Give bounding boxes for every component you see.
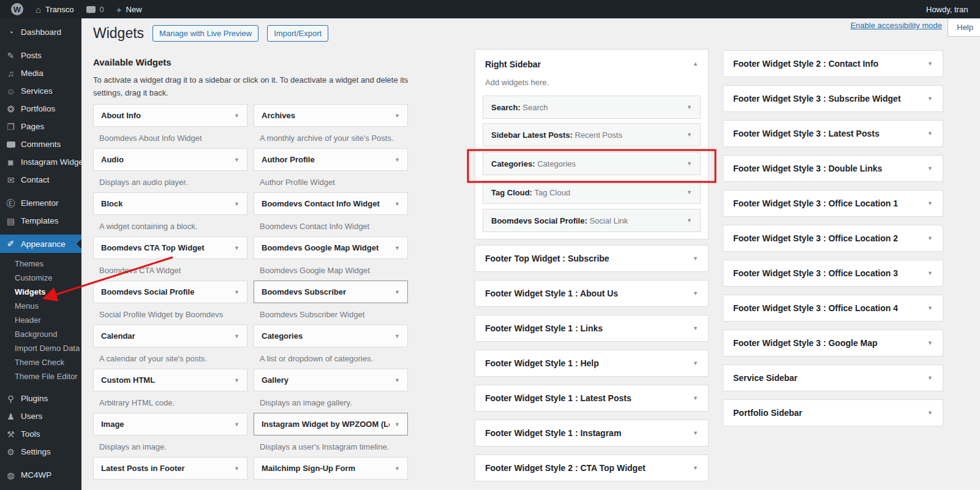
widget-box-instagram-wpzoom[interactable]: Instagram Widget by WPZOOM (Lega...▼ [254, 413, 408, 435]
chevron-down-icon[interactable]: ▼ [687, 132, 692, 138]
widget-box-about-info[interactable]: About Info▼ [93, 104, 247, 127]
panel-fw3-office-location-3[interactable]: Footer Widget Style 3 : Office Location … [723, 260, 943, 287]
sidebar-item-plugins[interactable]: ⚲Plugins [0, 390, 81, 407]
chevron-down-icon[interactable]: ▼ [394, 157, 400, 163]
chevron-down-icon[interactable]: ▼ [687, 217, 692, 224]
sidebar-item-settings[interactable]: ⚙Settings [0, 443, 81, 461]
sidebar-item-instagram-widget[interactable]: ◙Instagram Widget [0, 153, 81, 171]
submenu-item-theme-check[interactable]: Theme Check [0, 355, 81, 369]
widget-box-archives[interactable]: Archives▼ [254, 104, 408, 127]
chevron-down-icon[interactable]: ▼ [234, 466, 239, 472]
submenu-item-header[interactable]: Header [0, 313, 81, 327]
chevron-down-icon[interactable]: ▼ [693, 465, 698, 471]
chevron-down-icon[interactable]: ▼ [927, 200, 933, 206]
panel-portfolio-sidebar[interactable]: Portfolio Sidebar▼ [723, 399, 943, 426]
chevron-down-icon[interactable]: ▼ [693, 255, 698, 262]
collapse-up-icon[interactable]: ▲ [693, 61, 698, 67]
submenu-item-background[interactable]: Background [0, 327, 81, 341]
chevron-down-icon[interactable]: ▼ [927, 165, 933, 172]
widget-box-gallery[interactable]: Gallery▼ [254, 369, 408, 391]
help-tab[interactable]: Help [948, 18, 980, 37]
sidebar-item-services[interactable]: ☺Services [0, 82, 81, 100]
chevron-down-icon[interactable]: ▼ [234, 113, 239, 119]
sidebar-widget-social-profile[interactable]: Boomdevs Social Profile: Social Link▼ [483, 209, 701, 232]
widget-box-audio[interactable]: Audio▼ [93, 148, 247, 171]
new-content-menu[interactable]: +New [110, 0, 148, 18]
submenu-item-menus[interactable]: Menus [0, 299, 81, 313]
chevron-down-icon[interactable]: ▼ [394, 377, 400, 383]
panel-fw3-office-location-4[interactable]: Footer Widget Style 3 : Office Location … [723, 295, 943, 322]
chevron-down-icon[interactable]: ▼ [234, 377, 239, 383]
sidebar-item-users[interactable]: ♟Users [0, 407, 81, 425]
widget-box-image[interactable]: Image▼ [93, 413, 247, 435]
chevron-down-icon[interactable]: ▼ [927, 340, 933, 346]
comments-link[interactable]: 0 [80, 0, 110, 18]
submenu-item-widgets[interactable]: Widgets [0, 285, 81, 299]
panel-fw2-contact-info[interactable]: Footer Widget Style 2 : Contact Info▼ [723, 50, 943, 77]
chevron-down-icon[interactable]: ▼ [394, 421, 400, 428]
widget-box-boomdevs-contact-info[interactable]: Boomdevs Contact Info Widget▼ [254, 192, 408, 215]
sidebar-widget-search[interactable]: Search: Search▼ [483, 96, 701, 119]
sidebar-widget-categories[interactable]: Categories: Categories▼ [483, 152, 701, 175]
chevron-down-icon[interactable]: ▼ [394, 245, 400, 251]
chevron-down-icon[interactable]: ▼ [234, 289, 239, 295]
panel-fw1-latest-posts[interactable]: Footer Widget Style 1 : Latest Posts▼ [475, 385, 709, 412]
widget-box-boomdevs-cta-top[interactable]: Boomdevs CTA Top Widget▼ [93, 236, 247, 259]
submenu-item-import-demo-data[interactable]: Import Demo Data [0, 341, 81, 355]
panel-fw3-office-location-2[interactable]: Footer Widget Style 3 : Office Location … [723, 225, 943, 252]
chevron-down-icon[interactable]: ▼ [687, 104, 692, 110]
chevron-down-icon[interactable]: ▼ [693, 325, 698, 331]
chevron-down-icon[interactable]: ▼ [687, 189, 692, 195]
chevron-down-icon[interactable]: ▼ [234, 421, 239, 428]
submenu-item-themes[interactable]: Themes [0, 257, 81, 271]
widget-box-block[interactable]: Block▼ [93, 192, 247, 215]
widget-box-author-profile[interactable]: Author Profile▼ [254, 148, 408, 171]
sidebar-item-posts[interactable]: ✎Posts [0, 47, 81, 64]
chevron-down-icon[interactable]: ▼ [693, 395, 698, 401]
chevron-down-icon[interactable]: ▼ [234, 245, 239, 251]
panel-fw3-office-location-1[interactable]: Footer Widget Style 3 : Office Location … [723, 190, 943, 217]
widget-box-mailchimp-signup[interactable]: Mailchimp Sign-Up Form▼ [254, 457, 408, 480]
panel-service-sidebar[interactable]: Service Sidebar▼ [723, 364, 943, 391]
chevron-down-icon[interactable]: ▼ [927, 375, 933, 381]
panel-fw3-google-map[interactable]: Footer Widget Style 3 : Google Map▼ [723, 330, 943, 356]
widget-box-calendar[interactable]: Calendar▼ [93, 325, 247, 347]
sidebar-item-media[interactable]: ♫Media [0, 64, 81, 82]
chevron-down-icon[interactable]: ▼ [234, 201, 239, 207]
sidebar-item-contact[interactable]: ✉Contact [0, 171, 81, 189]
chevron-down-icon[interactable]: ▼ [927, 305, 933, 311]
sidebar-item-comments[interactable]: Comments [0, 135, 81, 153]
sidebar-item-appearance[interactable]: ✐Appearance [0, 235, 81, 253]
submenu-item-theme-file-editor[interactable]: Theme File Editor [0, 369, 81, 383]
chevron-down-icon[interactable]: ▼ [394, 466, 400, 472]
sidebar-widget-latest-posts[interactable]: Sidebar Latest Posts: Recent Posts▼ [483, 123, 701, 146]
chevron-down-icon[interactable]: ▼ [927, 270, 933, 276]
sidebar-item-tools[interactable]: ⚒Tools [0, 425, 81, 443]
chevron-down-icon[interactable]: ▼ [234, 333, 239, 339]
panel-fw2-cta-top[interactable]: Footer Widget Style 2 : CTA Top Widget▼ [475, 454, 709, 481]
chevron-down-icon[interactable]: ▼ [927, 410, 933, 416]
widget-box-boomdevs-subscriber[interactable]: Boomdevs Subscriber▼ [254, 281, 408, 303]
sidebar-item-elementor[interactable]: ⒺElementor [0, 194, 81, 212]
chevron-down-icon[interactable]: ▼ [693, 430, 698, 436]
widget-box-latest-posts-footer[interactable]: Latest Posts in Footer▼ [93, 457, 247, 480]
panel-fw1-instagram[interactable]: Footer Widget Style 1 : Instagram▼ [475, 420, 709, 447]
chevron-down-icon[interactable]: ▼ [927, 130, 933, 137]
chevron-down-icon[interactable]: ▼ [394, 333, 400, 339]
panel-fw1-help[interactable]: Footer Widget Style 1 : Help▼ [475, 350, 709, 377]
chevron-down-icon[interactable]: ▼ [394, 289, 400, 295]
chevron-down-icon[interactable]: ▼ [394, 201, 400, 207]
panel-fw3-subscribe[interactable]: Footer Widget Style 3 : Subscribe Widget… [723, 85, 943, 112]
panel-fw1-links[interactable]: Footer Widget Style 1 : Links▼ [475, 315, 709, 342]
sidebar-item-portfolios[interactable]: ❂Portfolios [0, 100, 81, 118]
chevron-down-icon[interactable]: ▼ [693, 290, 698, 296]
sidebar-widget-tag-cloud[interactable]: Tag Cloud: Tag Cloud▼ [483, 181, 701, 204]
sidebar-item-templates[interactable]: ▤Templates [0, 212, 81, 230]
panel-fw1-about-us[interactable]: Footer Widget Style 1 : About Us▼ [475, 280, 709, 307]
submenu-item-customize[interactable]: Customize [0, 271, 81, 285]
sidebar-item-mc4wp[interactable]: ◍MC4WP [0, 466, 81, 484]
howdy-account-link[interactable]: Howdy, tran [926, 0, 968, 18]
chevron-down-icon[interactable]: ▼ [927, 96, 933, 102]
chevron-down-icon[interactable]: ▼ [687, 160, 692, 167]
import-export-button[interactable]: Import/Export [267, 25, 328, 42]
